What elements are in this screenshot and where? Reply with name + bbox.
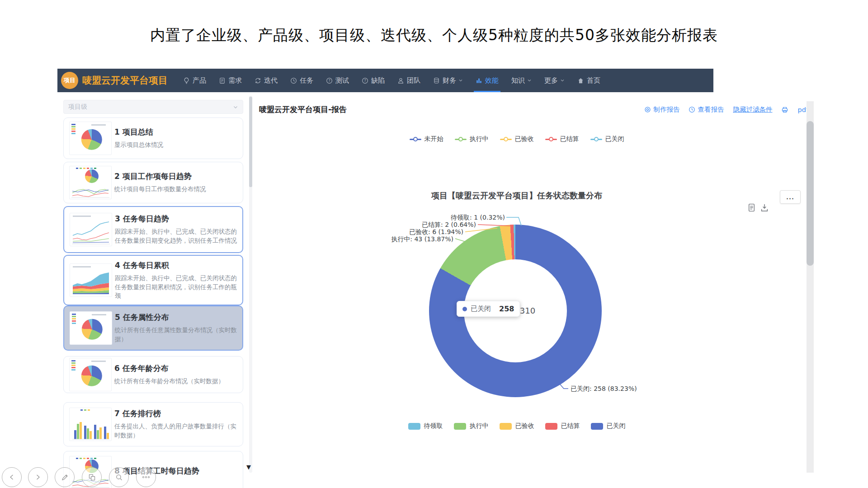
nav-item-label: 需求 <box>228 76 242 85</box>
question-icon: ? <box>326 77 333 84</box>
action-view-report[interactable]: 查看报告 <box>689 105 724 114</box>
report-card-title: 4 任务每日累积 <box>115 260 239 271</box>
report-card-desc: 统计项目每日工作项数量分布情况 <box>114 185 239 194</box>
bulb-icon <box>183 77 190 84</box>
nav-item-首页[interactable]: 首页 <box>577 69 600 92</box>
nav-item-效能[interactable]: 效能 <box>476 69 499 92</box>
nav-item-产品[interactable]: 产品 <box>183 69 206 92</box>
report-file-icon[interactable] <box>748 203 755 212</box>
chart-icon <box>476 77 482 84</box>
report-card-desc: 跟踪未开始、执行中、已完成、已关闭状态的任务数量按日期变化趋势，识别任务工作情况 <box>115 227 239 245</box>
tooltip-series-dot <box>462 307 467 311</box>
report-card[interactable]: 7 任务排行榜任务提出人、负责人的用户故事数量排行（实时数据） <box>63 402 243 446</box>
report-thumbnail <box>70 311 112 345</box>
prev-button[interactable] <box>2 467 22 487</box>
report-thumbnail <box>69 408 112 441</box>
legend-line-marker <box>455 137 467 142</box>
app-navbar: 项目 唛盟云开发平台项目 产品需求迭代任务?测试?缺陷团队财务效能知识更多首页 <box>57 69 713 92</box>
nav-item-需求[interactable]: 需求 <box>219 69 242 92</box>
sidebar-scrollbar-thumb[interactable] <box>249 97 252 187</box>
report-card[interactable]: 1 项目总结显示项目总体情况 <box>63 117 243 159</box>
report-card-text: 2 项目工作项每日趋势统计项目每日工作项数量分布情况 <box>114 171 239 194</box>
nav-item-label: 首页 <box>587 76 600 85</box>
legend-item-已结算[interactable]: 已结算 <box>545 422 580 430</box>
legend-item-执行中[interactable]: 执行中 <box>454 422 489 430</box>
legend-item-已验收[interactable]: 已验收 <box>500 135 534 143</box>
report-scope-select[interactable]: 项目级 <box>63 100 243 114</box>
nav-menu: 产品需求迭代任务?测试?缺陷团队财务效能知识更多首页 <box>183 69 613 92</box>
action-hide-filter[interactable]: 隐藏过滤条件 <box>733 105 772 114</box>
legend-item-已验收[interactable]: 已验收 <box>500 422 534 430</box>
legend-item-已关闭[interactable]: 已关闭 <box>590 135 624 143</box>
download-icon[interactable] <box>760 203 769 212</box>
line-chart-legend: 未开始执行中已验收已结算已关闭 <box>389 135 645 143</box>
report-page-title: 唛盟云开发平台项目-报告 <box>259 104 347 115</box>
zoom-button[interactable] <box>109 467 129 487</box>
tooltip-series-name: 已关闭 <box>471 305 491 313</box>
tooltip-series-value: 258 <box>499 305 514 313</box>
nav-item-知识[interactable]: 知识 <box>511 69 532 92</box>
home-icon <box>577 77 584 84</box>
report-card[interactable]: 4 任务每日累积跟踪未开始、执行中、已完成、已关闭状态的任务数量按日期累积情况，… <box>63 255 243 305</box>
question-icon: ? <box>362 77 368 84</box>
nav-item-测试[interactable]: ?测试 <box>326 69 349 92</box>
report-scrollbar-thumb[interactable] <box>807 121 814 266</box>
more-button[interactable] <box>136 467 156 487</box>
nav-item-label: 产品 <box>193 76 206 85</box>
gear-icon <box>644 106 651 113</box>
legend-item-未开始[interactable]: 未开始 <box>410 135 443 143</box>
legend-color-chip <box>591 423 603 430</box>
chart-more-button[interactable]: ... <box>780 190 801 204</box>
action-print[interactable] <box>781 106 788 113</box>
report-card-desc: 统计所有任务任意属性数量分布情况（实时数据） <box>115 326 239 343</box>
legend-item-已关闭[interactable]: 已关闭 <box>591 422 626 430</box>
report-thumbnail <box>70 263 112 297</box>
legend-label: 未开始 <box>425 135 443 143</box>
caret-down-icon <box>560 78 565 83</box>
slides-button[interactable] <box>82 467 102 487</box>
report-card-desc: 任务提出人、负责人的用户故事数量排行（实时数据） <box>114 422 239 440</box>
legend-color-chip <box>545 423 557 430</box>
report-card-title: 5 任务属性分布 <box>115 312 239 323</box>
nav-item-label: 测试 <box>335 76 349 85</box>
legend-item-待领取[interactable]: 待领取 <box>408 422 443 430</box>
report-card-text: 1 项目总结显示项目总体情况 <box>114 127 239 150</box>
nav-item-label: 效能 <box>485 76 499 85</box>
chevron-down-icon <box>233 104 238 110</box>
report-card[interactable]: 6 任务年龄分布统计所有任务年龄分布情况（实时数据） <box>63 356 243 393</box>
legend-item-执行中[interactable]: 执行中 <box>455 135 489 143</box>
nav-item-团队[interactable]: 团队 <box>397 69 420 92</box>
report-card[interactable]: 3 任务每日趋势跟踪未开始、执行中、已完成、已关闭状态的任务数量按日期变化趋势，… <box>63 206 243 253</box>
slice-label: 已关闭: 258 (83.23%) <box>571 385 637 393</box>
report-card-title: 2 项目工作项每日趋势 <box>114 171 239 182</box>
legend-line-marker <box>500 137 512 142</box>
nav-item-label: 任务 <box>300 76 313 85</box>
action-label: 隐藏过滤条件 <box>733 105 772 114</box>
report-card-text: 3 任务每日趋势跟踪未开始、执行中、已完成、已关闭状态的任务数量按日期变化趋势，… <box>115 214 239 245</box>
report-card[interactable]: 2 项目工作项每日趋势统计项目每日工作项数量分布情况 <box>63 162 243 203</box>
slice-label: 执行中: 43 (13.87%) <box>391 235 453 244</box>
nav-item-label: 迭代 <box>264 76 278 85</box>
iteration-icon <box>255 77 261 84</box>
nav-item-更多[interactable]: 更多 <box>544 69 565 92</box>
edit-button[interactable] <box>55 467 75 487</box>
report-card[interactable]: 5 任务属性分布统计所有任务任意属性数量分布情况（实时数据） <box>63 305 243 351</box>
legend-label: 执行中 <box>470 422 489 430</box>
action-make-report[interactable]: 制作报告 <box>644 105 679 114</box>
chart-tooltip: 已关闭 258 <box>457 301 520 317</box>
sidebar-scroll-down-icon[interactable]: ▼ <box>246 464 251 470</box>
legend-color-chip <box>500 423 512 430</box>
nav-item-迭代[interactable]: 迭代 <box>255 69 278 92</box>
legend-label: 已验收 <box>515 422 534 430</box>
nav-item-任务[interactable]: 任务 <box>290 69 313 92</box>
caret-down-icon <box>458 78 463 83</box>
nav-item-财务[interactable]: 财务 <box>433 69 463 92</box>
report-card-text: 6 任务年龄分布统计所有任务年龄分布情况（实时数据） <box>114 363 239 386</box>
legend-item-已结算[interactable]: 已结算 <box>545 135 579 143</box>
document-icon <box>219 77 226 84</box>
next-button[interactable] <box>28 467 48 487</box>
finance-icon <box>433 77 440 84</box>
report-card-text: 4 任务每日累积跟踪未开始、执行中、已完成、已关闭状态的任务数量按日期累积情况，… <box>115 260 239 300</box>
nav-item-缺陷[interactable]: ?缺陷 <box>362 69 385 92</box>
clock-icon <box>290 77 297 84</box>
